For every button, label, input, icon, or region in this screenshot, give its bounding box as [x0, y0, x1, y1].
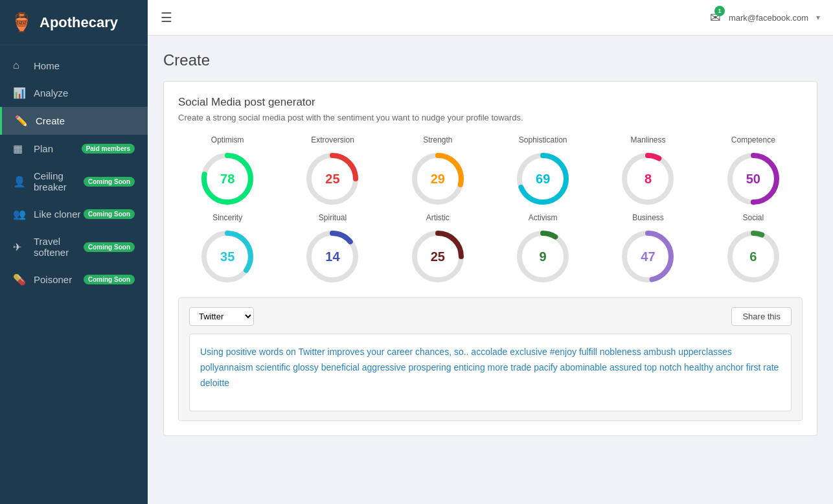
sidebar-label-home: Home	[34, 60, 135, 71]
gauge-value-sophistication: 69	[536, 172, 550, 187]
gauge-label-activism: Activism	[529, 213, 558, 222]
gauge-label-sophistication: Sophistication	[519, 135, 567, 144]
sidebar-item-ceiling-breaker[interactable]: 👤Ceiling breakerComing Soon	[0, 163, 148, 200]
post-text: Using positive words on Twitter improves…	[200, 347, 779, 388]
sidebar-logo: 🏺 Apothecary	[0, 0, 148, 45]
gauge-label-business: Business	[632, 213, 664, 222]
gauge-wrap-sophistication: 69	[514, 150, 572, 208]
gauge-value-extroversion: 25	[325, 172, 339, 187]
user-chevron-icon: ▾	[816, 13, 820, 22]
sidebar: 🏺 Apothecary ⌂Home📊Analyze✏️Create▦PlanP…	[0, 0, 148, 504]
gauge-wrap-business: 47	[619, 227, 677, 286]
share-button[interactable]: Share this	[731, 307, 792, 326]
gauge-wrap-sincerity: 35	[198, 227, 257, 286]
badge-poisoner: Coming Soon	[84, 275, 135, 284]
sidebar-label-like-cloner: Like cloner	[34, 209, 84, 220]
gauge-label-extroversion: Extroversion	[311, 135, 354, 144]
poisoner-icon: 💊	[13, 273, 27, 286]
sidebar-label-ceiling-breaker: Ceiling breaker	[34, 170, 84, 192]
gauge-label-optimism: Optimism	[211, 135, 244, 144]
platform-select[interactable]: TwitterFacebookLinkedIn	[189, 307, 254, 326]
user-email[interactable]: mark@facebook.com	[729, 13, 808, 23]
logo-icon: 🏺	[10, 12, 33, 33]
sidebar-item-travel-softener[interactable]: ✈Travel softenerComing Soon	[0, 228, 148, 266]
sidebar-item-create[interactable]: ✏️Create	[0, 107, 148, 135]
create-icon: ✏️	[15, 115, 29, 127]
hamburger-icon[interactable]: ☰	[161, 10, 172, 25]
gauge-value-spiritual: 14	[325, 249, 339, 264]
topbar-right: ✉ 1 mark@facebook.com ▾	[710, 10, 820, 25]
gauge-wrap-social: 6	[724, 227, 782, 286]
content-area: Create Social Media post generator Creat…	[148, 36, 833, 504]
gauge-wrap-artistic: 25	[409, 227, 467, 286]
ceiling-breaker-icon: 👤	[13, 176, 27, 188]
sidebar-item-like-cloner[interactable]: 👥Like clonerComing Soon	[0, 200, 148, 228]
sidebar-label-travel-softener: Travel softener	[34, 236, 84, 258]
gauge-wrap-strength: 29	[409, 150, 467, 208]
gauge-artistic: Artistic25	[389, 213, 487, 286]
sidebar-nav: ⌂Home📊Analyze✏️Create▦PlanPaid members👤C…	[0, 45, 148, 504]
gauge-label-strength: Strength	[423, 135, 452, 144]
card-title: Social Media post generator	[178, 96, 803, 109]
like-cloner-icon: 👥	[13, 208, 27, 220]
gauge-value-social: 6	[749, 249, 757, 264]
gauge-label-sincerity: Sincerity	[212, 213, 242, 222]
sidebar-item-plan[interactable]: ▦PlanPaid members	[0, 135, 148, 163]
gauge-wrap-manliness: 8	[619, 150, 677, 208]
sidebar-label-plan: Plan	[34, 143, 82, 154]
mail-badge: 1	[714, 6, 725, 16]
post-text-area: Using positive words on Twitter improves…	[189, 334, 792, 411]
topbar: ☰ ✉ 1 mark@facebook.com ▾	[148, 0, 833, 36]
gauge-competence: Competence50	[704, 135, 803, 208]
gauge-strength: Strength29	[389, 135, 487, 208]
home-icon: ⌂	[13, 60, 27, 71]
main-card: Social Media post generator Create a str…	[163, 81, 817, 436]
badge-ceiling-breaker: Coming Soon	[84, 177, 135, 187]
gauge-wrap-extroversion: 25	[303, 150, 361, 208]
bottom-panel-header: TwitterFacebookLinkedIn Share this	[189, 307, 792, 326]
gauge-value-strength: 29	[431, 172, 445, 187]
main-content: ☰ ✉ 1 mark@facebook.com ▾ Create Social …	[148, 0, 833, 504]
travel-softener-icon: ✈	[13, 241, 27, 253]
page-title: Create	[163, 51, 817, 69]
sidebar-label-create: Create	[36, 115, 135, 126]
badge-plan: Paid members	[82, 144, 135, 154]
analyze-icon: 📊	[13, 87, 27, 99]
card-subtitle: Create a strong social media post with t…	[178, 113, 803, 122]
sidebar-label-analyze: Analyze	[34, 87, 135, 98]
gauge-label-social: Social	[742, 213, 764, 222]
badge-travel-softener: Coming Soon	[84, 242, 135, 252]
mail-icon-wrap[interactable]: ✉ 1	[710, 10, 721, 25]
gauge-activism: Activism9	[494, 213, 592, 286]
bottom-panel: TwitterFacebookLinkedIn Share this Using…	[178, 297, 803, 421]
gauge-manliness: Manliness8	[599, 135, 697, 208]
gauge-value-optimism: 78	[220, 172, 234, 187]
gauge-value-sincerity: 35	[220, 249, 234, 264]
gauge-sophistication: Sophistication69	[494, 135, 592, 208]
gauge-value-business: 47	[641, 249, 655, 264]
gauge-spiritual: Spiritual14	[283, 213, 382, 286]
gauge-label-artistic: Artistic	[426, 213, 450, 222]
sidebar-item-home[interactable]: ⌂Home	[0, 52, 148, 79]
badge-like-cloner: Coming Soon	[84, 209, 135, 219]
gauge-grid-bottom: Sincerity35Spiritual14Artistic25Activism…	[178, 213, 803, 286]
sidebar-label-poisoner: Poisoner	[34, 274, 84, 285]
logo-text: Apothecary	[40, 14, 118, 31]
gauge-label-competence: Competence	[731, 135, 775, 144]
gauge-grid-top: Optimism78Extroversion25Strength29Sophis…	[178, 135, 803, 208]
gauge-wrap-optimism: 78	[198, 150, 257, 208]
gauge-label-spiritual: Spiritual	[319, 213, 347, 222]
gauge-business: Business47	[599, 213, 697, 286]
plan-icon: ▦	[13, 143, 27, 155]
gauge-optimism: Optimism78	[178, 135, 277, 208]
gauge-value-manliness: 8	[645, 172, 652, 187]
gauge-value-competence: 50	[746, 172, 760, 187]
gauge-social: Social6	[704, 213, 803, 286]
gauge-label-manliness: Manliness	[630, 135, 665, 144]
gauge-sincerity: Sincerity35	[178, 213, 277, 286]
gauge-wrap-spiritual: 14	[303, 227, 361, 286]
sidebar-item-poisoner[interactable]: 💊PoisonerComing Soon	[0, 266, 148, 293]
gauge-value-activism: 9	[540, 249, 547, 264]
sidebar-item-analyze[interactable]: 📊Analyze	[0, 79, 148, 107]
gauge-extroversion: Extroversion25	[283, 135, 382, 208]
